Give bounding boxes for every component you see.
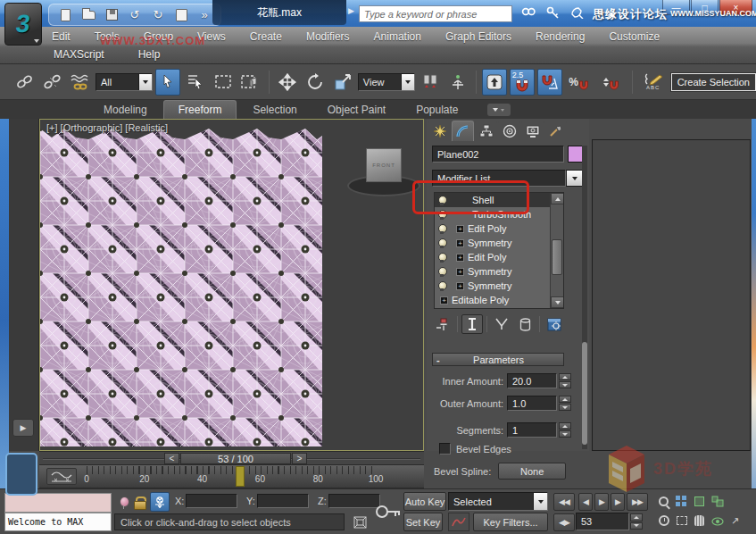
- show-end-result-button[interactable]: [461, 314, 483, 334]
- modifier-row-symmetry-3[interactable]: + Symmetry: [435, 279, 563, 293]
- zoom-all-icon[interactable]: [673, 492, 690, 510]
- tab-modeling[interactable]: Modeling: [89, 101, 162, 119]
- viewport-label[interactable]: [+] [Orthographic] [Realistic]: [46, 122, 168, 133]
- mini-curve-editor-button[interactable]: [46, 468, 77, 485]
- timeline-playhead[interactable]: [236, 466, 245, 487]
- menu-help[interactable]: Help: [138, 48, 161, 61]
- zoom-extents-icon[interactable]: [691, 492, 708, 510]
- zoom-extents-all-icon[interactable]: [709, 492, 726, 510]
- expand-modifier-icon[interactable]: +: [456, 254, 464, 262]
- next-frame-button[interactable]: >: [292, 453, 307, 464]
- track-bar[interactable]: 0 20 40 60 80 100: [39, 465, 424, 488]
- command-panel-scroll-thumb[interactable]: [582, 342, 587, 445]
- modifier-row-editable-poly[interactable]: + Editable Poly: [435, 293, 563, 307]
- tab-create[interactable]: [428, 121, 451, 141]
- percent-snap-toggle-button[interactable]: %: [565, 69, 594, 96]
- use-pivot-point-center-button[interactable]: [418, 69, 443, 96]
- menu-customize[interactable]: Customize: [609, 30, 660, 43]
- expand-modifier-icon[interactable]: +: [456, 268, 464, 276]
- search-icon[interactable]: [519, 4, 537, 21]
- tab-hierarchy[interactable]: [475, 121, 497, 141]
- key-mode-toggle-button[interactable]: ◀▶: [553, 513, 575, 531]
- menu-create[interactable]: Create: [250, 30, 282, 43]
- modifier-enable-bulb-icon[interactable]: [438, 267, 445, 276]
- time-configuration-icon[interactable]: [655, 512, 672, 530]
- segments-field[interactable]: [507, 422, 557, 438]
- modifier-row-edit-poly-2[interactable]: + Edit Poly: [435, 250, 563, 264]
- modifier-list-arrow-button[interactable]: [566, 170, 584, 187]
- select-and-rotate-button[interactable]: [303, 69, 328, 96]
- tab-populate[interactable]: Populate: [402, 101, 472, 119]
- reference-coordinate-arrow-icon[interactable]: [401, 74, 414, 90]
- current-frame-field[interactable]: [576, 513, 629, 530]
- outer-amount-field[interactable]: [507, 396, 557, 411]
- menu-maxscript[interactable]: MAXScript: [54, 48, 104, 61]
- bind-to-space-warp-button[interactable]: [68, 69, 93, 96]
- window-crossing-toggle-button[interactable]: [238, 69, 263, 96]
- go-to-end-button[interactable]: ▶▶: [627, 493, 648, 511]
- search-input[interactable]: [360, 6, 511, 21]
- menu-animation[interactable]: Animation: [374, 30, 421, 43]
- current-frame-input[interactable]: [581, 516, 617, 527]
- pin-stack-button[interactable]: [432, 314, 453, 334]
- snaps-toggle-button[interactable]: 2.5: [510, 69, 535, 96]
- tab-utilities[interactable]: [544, 121, 567, 141]
- scroll-thumb[interactable]: [552, 239, 562, 275]
- menu-modifiers[interactable]: Modifiers: [306, 30, 350, 43]
- inner-amount-spinner[interactable]: [559, 373, 571, 388]
- expand-modifier-icon[interactable]: +: [456, 282, 464, 290]
- select-and-link-button[interactable]: [12, 69, 37, 96]
- unlink-selection-button[interactable]: [40, 69, 65, 96]
- infocenter-search[interactable]: [359, 5, 512, 22]
- command-panel-scrollbar[interactable]: [582, 146, 587, 449]
- select-and-move-button[interactable]: [275, 69, 300, 96]
- rollout-collapse-icon[interactable]: -: [436, 355, 444, 365]
- application-menu-button[interactable]: 3: [4, 3, 42, 46]
- keyboard-shortcut-override-button[interactable]: [482, 69, 507, 96]
- angle-snap-toggle-button[interactable]: [537, 69, 562, 96]
- expand-modifier-icon[interactable]: +: [440, 296, 448, 305]
- viewport-layout-tab[interactable]: [5, 453, 37, 496]
- expand-modifier-icon[interactable]: +: [456, 239, 464, 247]
- modifier-enable-bulb-icon[interactable]: [438, 238, 445, 247]
- viewport[interactable]: [+] [Orthographic] [Realistic]: [39, 119, 424, 451]
- frame-spinner[interactable]: [630, 513, 643, 530]
- communication-center-icon[interactable]: [568, 4, 586, 21]
- previous-frame-button[interactable]: <: [164, 453, 179, 464]
- play-button[interactable]: ▶: [594, 493, 609, 511]
- set-key-big-icon[interactable]: [375, 495, 402, 529]
- tab-selection[interactable]: Selection: [238, 101, 311, 119]
- tab-modify[interactable]: [452, 121, 474, 141]
- parameters-rollout-header[interactable]: - Parameters: [432, 353, 564, 366]
- redo-button[interactable]: ↻: [149, 6, 167, 23]
- time-slider[interactable]: < 53 / 100 >: [39, 451, 424, 465]
- bevel-edges-checkbox[interactable]: [439, 443, 451, 455]
- selection-set-arrow-icon[interactable]: [533, 493, 547, 510]
- absolute-mode-toggle[interactable]: [150, 492, 170, 512]
- tab-display[interactable]: [521, 121, 544, 141]
- auto-key-button[interactable]: Auto Key: [403, 492, 446, 511]
- remove-modifier-button[interactable]: [514, 314, 536, 334]
- inner-amount-input[interactable]: [512, 376, 556, 387]
- selection-set-dropdown[interactable]: Selected: [448, 492, 548, 511]
- undo-button[interactable]: ↺: [126, 6, 144, 23]
- select-object-button[interactable]: [155, 69, 180, 96]
- title-flyout-icon[interactable]: ▶: [348, 6, 354, 15]
- scroll-up-button[interactable]: [551, 193, 564, 204]
- tab-object-paint[interactable]: Object Paint: [313, 101, 400, 119]
- menu-rendering[interactable]: Rendering: [536, 30, 585, 43]
- spinner-snap-toggle-button[interactable]: [596, 69, 627, 96]
- viewcube-front-face[interactable]: FRONT: [372, 163, 395, 168]
- modifier-row-symmetry-1[interactable]: + Symmetry: [435, 236, 563, 250]
- z-coordinate-field[interactable]: [328, 494, 380, 508]
- modifier-row-edit-poly-1[interactable]: + Edit Poly: [435, 221, 563, 236]
- pan-hand-icon[interactable]: [691, 512, 708, 530]
- menu-edit[interactable]: Edit: [52, 30, 71, 43]
- rectangular-selection-region-button[interactable]: [211, 69, 236, 96]
- edit-named-selection-sets-button[interactable]: ABC: [638, 69, 669, 96]
- project-folder-button[interactable]: [172, 6, 190, 23]
- wireframe-plane-object[interactable]: [40, 129, 322, 446]
- isolate-selection-icon[interactable]: [114, 493, 132, 511]
- inner-amount-field[interactable]: [507, 373, 557, 388]
- default-in-out-tangents-button[interactable]: [448, 513, 469, 531]
